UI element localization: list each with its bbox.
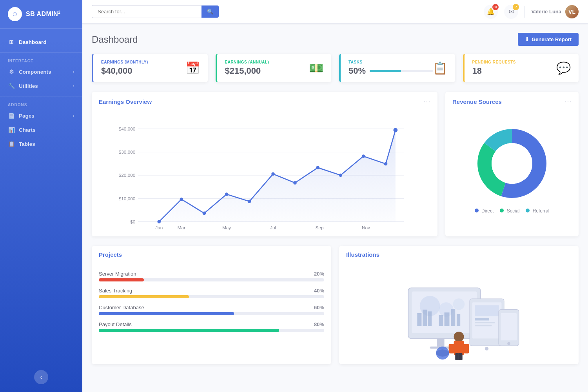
svg-text:$0: $0 (130, 219, 136, 225)
progress-fill (370, 70, 401, 72)
calendar-icon: 📅 (185, 61, 200, 75)
chart-point (271, 172, 275, 176)
card-menu-icon[interactable]: ⋯ (423, 97, 430, 106)
legend-dot-direct (475, 209, 479, 212)
chart-point (384, 162, 388, 166)
sidebar-brand[interactable]: ☺ SB ADMIN2 (0, 0, 82, 29)
line-chart-container: $0 $10,000 $20,000 $30,000 $40,000 Jan M… (99, 116, 430, 230)
sidebar-item-dashboard[interactable]: ⊞ Dashboard (0, 35, 82, 49)
user-info[interactable]: Valerie Luna VL (531, 5, 579, 18)
search-icon: 🔍 (207, 9, 213, 15)
svg-rect-39 (475, 322, 495, 323)
svg-rect-49 (459, 353, 463, 360)
card-menu-icon[interactable]: ⋯ (564, 97, 572, 106)
chat-icon: 💬 (556, 61, 571, 75)
card-body: $0 $10,000 $20,000 $30,000 $40,000 Jan M… (92, 110, 437, 236)
notifications-button[interactable]: 🔔 3+ (484, 5, 498, 19)
stat-card-content: TASKS 50% (348, 60, 433, 76)
svg-text:$40,000: $40,000 (119, 126, 136, 132)
messages-button[interactable]: ✉ 7 (504, 5, 518, 19)
svg-rect-42 (501, 313, 517, 340)
chart-point (393, 128, 397, 132)
svg-text:Nov: Nov (362, 225, 370, 230)
donut-legend: Direct Social Referral (475, 208, 550, 214)
legend-referral: Referral (526, 208, 549, 214)
card-header: Illustrations (339, 246, 579, 262)
svg-rect-32 (451, 309, 455, 326)
earnings-overview-card: Earnings Overview ⋯ $0 (92, 92, 437, 236)
search-button[interactable]: 🔍 (201, 5, 219, 18)
page-title: Dashboard (92, 34, 138, 45)
generate-report-button[interactable]: ⬇ Generate Report (518, 33, 579, 46)
stat-card-earnings-annual: EARNINGS (ANNUAL) $215,000 💵 (216, 54, 332, 82)
stat-card-content: EARNINGS (MONTHLY) $40,000 (101, 60, 148, 76)
chevron-right-icon: › (73, 69, 74, 74)
nav-section-interface: INTERFACE (0, 56, 82, 65)
svg-point-51 (436, 349, 449, 356)
chart-point (316, 166, 319, 169)
svg-rect-31 (445, 312, 450, 326)
card-header: Projects (92, 246, 331, 262)
stat-card-tasks: TASKS 50% 📋 (339, 54, 455, 82)
progress-bar (370, 70, 432, 72)
chart-point (248, 200, 251, 203)
dashboard-icon: ⊞ (8, 39, 15, 45)
svg-point-44 (454, 332, 464, 342)
revenue-sources-card: Revenue Sources ⋯ (445, 92, 579, 236)
svg-text:$10,000: $10,000 (119, 196, 136, 201)
bottom-row: Projects Server Migration 20% (92, 246, 579, 364)
legend-dot-social (500, 209, 504, 212)
sidebar-item-charts[interactable]: 📊 Charts (0, 123, 82, 137)
sidebar-item-label: Pages (19, 113, 34, 119)
sidebar-item-tables[interactable]: 📋 Tables (0, 137, 82, 151)
svg-point-26 (453, 298, 465, 310)
utilities-icon: 🔧 (8, 83, 15, 89)
nav-divider-2 (0, 96, 82, 96)
notifications-badge: 3+ (492, 4, 499, 10)
stat-card-content: PENDING REQUESTS 18 (472, 60, 516, 76)
page-content: Dashboard ⬇ Generate Report EARNINGS (MO… (82, 24, 588, 392)
project-percent: 40% (314, 288, 324, 294)
svg-text:Jan: Jan (155, 225, 163, 230)
svg-rect-45 (454, 341, 464, 355)
chart-point (203, 212, 206, 215)
messages-badge: 7 (513, 4, 519, 10)
svg-rect-40 (475, 325, 492, 327)
nav-divider (0, 52, 82, 53)
illustrations-title: Illustrations (346, 251, 379, 258)
project-item-payout-details: Payout Details 80% (99, 321, 324, 332)
illustrations-svg (347, 266, 571, 360)
svg-rect-22 (437, 339, 444, 347)
sidebar-item-components[interactable]: ⚙ Components › (0, 65, 82, 79)
topbar-divider (524, 6, 525, 18)
download-icon: ⬇ (525, 36, 529, 42)
card-body: Server Migration 20% Sales Tracking 40% (92, 262, 331, 347)
sidebar-item-utilities[interactable]: 🔧 Utilities › (0, 79, 82, 93)
projects-title: Projects (99, 251, 122, 258)
sidebar-item-label: Dashboard (19, 39, 47, 45)
svg-point-19 (492, 143, 532, 184)
progress-bar-bg (99, 295, 324, 298)
sidebar-item-label: Tables (19, 141, 35, 147)
project-percent: 80% (314, 321, 324, 327)
projects-list: Server Migration 20% Sales Tracking 40% (99, 269, 324, 341)
tables-icon: 📋 (8, 141, 15, 147)
stat-label: EARNINGS (ANNUAL) (225, 60, 269, 64)
chart-point (180, 198, 183, 201)
svg-rect-47 (464, 344, 469, 353)
sidebar-item-pages[interactable]: 📄 Pages › (0, 109, 82, 123)
chart-point (362, 154, 365, 158)
progress-fill (99, 278, 144, 281)
sidebar-collapse-button[interactable]: ‹ (34, 370, 48, 384)
brand-name: SB ADMIN2 (26, 10, 60, 18)
search-input[interactable] (92, 5, 201, 18)
earnings-line-chart: $0 $10,000 $20,000 $30,000 $40,000 Jan M… (103, 120, 426, 230)
progress-fill (99, 329, 279, 332)
card-body (339, 262, 579, 364)
sidebar-item-label: Charts (19, 127, 36, 133)
progress-bar-bg (99, 312, 324, 315)
legend-dot-referral (526, 209, 530, 212)
svg-rect-30 (439, 315, 443, 326)
svg-text:Mar: Mar (178, 225, 185, 230)
card-header: Revenue Sources ⋯ (445, 92, 579, 110)
